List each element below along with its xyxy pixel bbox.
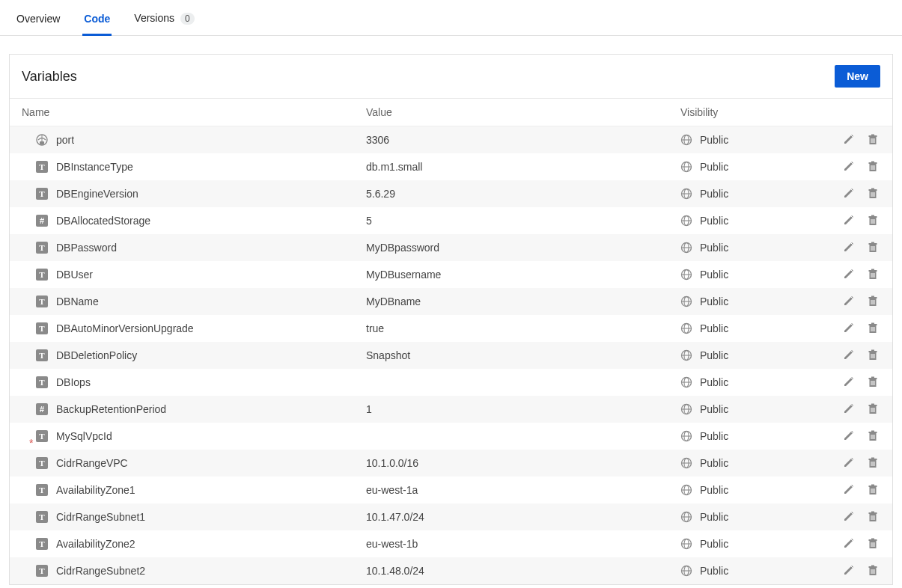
text-type-icon xyxy=(35,564,49,578)
edit-button[interactable] xyxy=(843,133,856,147)
edit-button[interactable] xyxy=(843,241,856,254)
cell-actions xyxy=(820,483,880,497)
delete-button[interactable] xyxy=(867,537,880,551)
delete-button[interactable] xyxy=(867,429,880,443)
delete-button[interactable] xyxy=(867,214,880,227)
edit-button[interactable] xyxy=(843,214,856,227)
edit-button[interactable] xyxy=(843,510,856,524)
cell-value: 10.1.47.0/24 xyxy=(366,511,680,523)
edit-button[interactable] xyxy=(843,160,856,174)
edit-button[interactable] xyxy=(843,483,856,497)
table-row: *MySqlVpcIdPublic xyxy=(10,423,892,450)
delete-button[interactable] xyxy=(867,564,880,578)
variable-name: CidrRangeSubnet1 xyxy=(56,511,145,523)
edit-button[interactable] xyxy=(843,537,856,551)
cell-value: 5 xyxy=(366,215,680,227)
globe-icon xyxy=(680,403,692,415)
cell-value: Snapshot xyxy=(366,349,680,361)
table-row: DBPasswordMyDBpasswordPublic xyxy=(10,234,892,261)
trash-icon xyxy=(867,429,879,441)
edit-button[interactable] xyxy=(843,268,856,281)
tab-versions[interactable]: Versions 0 xyxy=(132,6,195,35)
pencil-icon xyxy=(843,349,855,361)
variable-name: DBUser xyxy=(56,269,93,281)
edit-button[interactable] xyxy=(843,187,856,200)
edit-button[interactable] xyxy=(843,402,856,416)
edit-button[interactable] xyxy=(843,429,856,443)
versions-count-badge: 0 xyxy=(180,13,195,25)
cell-visibility: Public xyxy=(680,403,820,415)
visibility-label: Public xyxy=(700,269,728,281)
delete-button[interactable] xyxy=(867,322,880,335)
table-row: DBAllocatedStorage5Public xyxy=(10,207,892,234)
variable-name: port xyxy=(56,134,74,146)
text-type-icon xyxy=(35,187,49,200)
delete-button[interactable] xyxy=(867,295,880,308)
trash-icon xyxy=(867,564,879,576)
table-row: DBIopsPublic xyxy=(10,369,892,396)
edit-button[interactable] xyxy=(843,322,856,335)
cell-name: AvailabilityZone1 xyxy=(22,483,366,497)
delete-button[interactable] xyxy=(867,187,880,200)
cell-actions xyxy=(820,160,880,174)
delete-button[interactable] xyxy=(867,349,880,362)
globe-icon xyxy=(680,565,692,577)
delete-button[interactable] xyxy=(867,268,880,281)
edit-button[interactable] xyxy=(843,456,856,470)
globe-icon xyxy=(680,242,692,254)
delete-button[interactable] xyxy=(867,510,880,524)
cell-visibility: Public xyxy=(680,511,820,523)
table-body: port3306PublicDBInstanceTypedb.m1.smallP… xyxy=(10,126,892,584)
pencil-icon xyxy=(843,295,855,307)
table-row: DBNameMyDBnamePublic xyxy=(10,288,892,315)
trash-icon xyxy=(867,510,879,522)
visibility-label: Public xyxy=(700,295,728,307)
cell-visibility: Public xyxy=(680,322,820,334)
tab-label: Code xyxy=(84,13,110,25)
new-button[interactable]: New xyxy=(835,65,880,88)
text-type-icon xyxy=(35,295,49,308)
cell-name: DBUser xyxy=(22,268,366,281)
required-asterisk-icon: * xyxy=(29,438,33,448)
delete-button[interactable] xyxy=(867,133,880,147)
edit-button[interactable] xyxy=(843,376,856,389)
globe-icon xyxy=(680,322,692,334)
hash-icon xyxy=(35,402,49,416)
tab-label: Overview xyxy=(16,13,60,25)
tab-overview[interactable]: Overview xyxy=(15,7,61,35)
cell-value: eu-west-1a xyxy=(366,484,680,496)
cell-visibility: Public xyxy=(680,242,820,254)
edit-button[interactable] xyxy=(843,295,856,308)
pencil-icon xyxy=(843,483,855,495)
delete-button[interactable] xyxy=(867,160,880,174)
edit-button[interactable] xyxy=(843,564,856,578)
globe-icon xyxy=(680,430,692,442)
table-row: BackupRetentionPeriod1Public xyxy=(10,396,892,423)
pencil-icon xyxy=(843,133,855,145)
text-type-icon xyxy=(35,510,49,524)
table-row: DBUserMyDBusernamePublic xyxy=(10,261,892,288)
trash-icon xyxy=(867,349,879,361)
trash-icon xyxy=(867,241,879,253)
variable-name: DBDeletionPolicy xyxy=(56,349,137,361)
cell-value: 1 xyxy=(366,403,680,415)
trash-icon xyxy=(867,376,879,388)
delete-button[interactable] xyxy=(867,402,880,416)
delete-button[interactable] xyxy=(867,456,880,470)
cell-actions xyxy=(820,187,880,200)
delete-button[interactable] xyxy=(867,241,880,254)
delete-button[interactable] xyxy=(867,376,880,389)
variable-name: AvailabilityZone2 xyxy=(56,538,135,550)
table-row: CidrRangeVPC10.1.0.0/16Public xyxy=(10,450,892,477)
variable-name: DBIops xyxy=(56,376,91,388)
visibility-label: Public xyxy=(700,511,728,523)
tab-label: Versions xyxy=(134,12,174,24)
variable-name: DBInstanceType xyxy=(56,161,133,173)
cell-name: DBName xyxy=(22,295,366,308)
variables-panel: Variables New Name Value Visibility port… xyxy=(9,54,893,585)
pencil-icon xyxy=(843,160,855,172)
delete-button[interactable] xyxy=(867,483,880,497)
cell-actions xyxy=(820,429,880,443)
tab-code[interactable]: Code xyxy=(82,7,112,35)
edit-button[interactable] xyxy=(843,349,856,362)
